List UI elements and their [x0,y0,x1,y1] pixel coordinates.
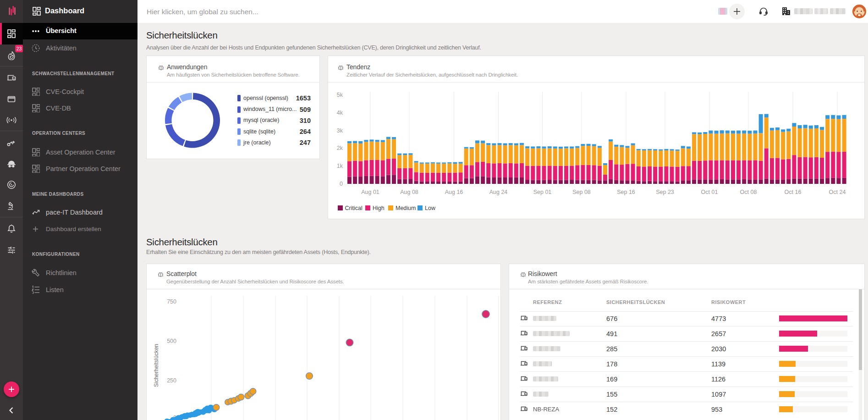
svg-text:750: 750 [167,298,176,305]
svg-text:1k: 1k [337,163,343,169]
svg-text:Sep 16: Sep 16 [617,189,635,195]
svg-text:Sep 23: Sep 23 [656,189,674,195]
svg-text:2k: 2k [337,145,343,151]
svg-text:5k: 5k [337,92,343,98]
svg-text:0: 0 [340,181,343,187]
svg-text:500: 500 [167,338,176,344]
svg-text:Aug 01: Aug 01 [361,189,379,195]
svg-text:Sicherheitslücken: Sicherheitslücken [153,344,159,387]
svg-text:Oct 01: Oct 01 [701,189,718,195]
svg-text:4k: 4k [337,110,343,116]
svg-text:Aug 24: Aug 24 [489,189,508,195]
svg-text:Aug 08: Aug 08 [400,189,418,195]
svg-text:Sep 08: Sep 08 [572,189,591,195]
svg-text:250: 250 [167,377,176,384]
svg-text:Oct 16: Oct 16 [785,189,802,195]
svg-text:3k: 3k [337,127,343,134]
svg-text:Oct 24: Oct 24 [829,189,846,195]
svg-text:Oct 08: Oct 08 [740,189,757,195]
svg-text:Sep 01: Sep 01 [533,189,552,195]
svg-text:Aug 16: Aug 16 [445,189,463,195]
